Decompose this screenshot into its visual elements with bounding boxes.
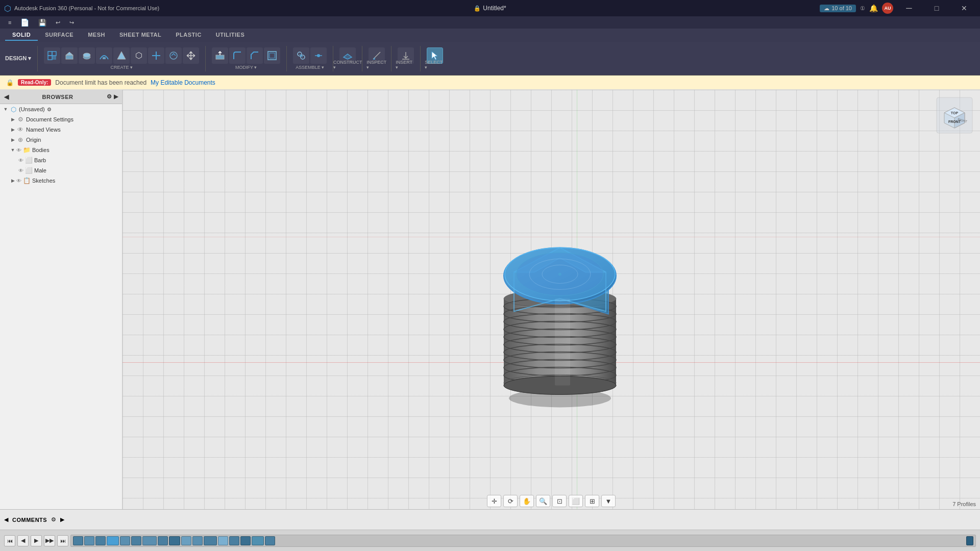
timeline-item-12[interactable] [204, 536, 217, 545]
tree-item-male[interactable]: 👁 ⬜ Male [0, 165, 122, 176]
editable-docs-link[interactable]: My Editable Documents [151, 79, 215, 86]
comments-expand-icon[interactable]: ◀ [4, 516, 8, 523]
tree-item-barb[interactable]: 👁 ⬜ Barb [0, 155, 122, 165]
file-menu[interactable]: 📄 [16, 17, 33, 28]
save-button[interactable]: 💾 [34, 18, 51, 28]
design-dropdown[interactable]: DESIGN ▾ [3, 54, 33, 63]
revolve-icon[interactable] [79, 47, 95, 64]
tree-item-root[interactable]: ▼ ⬡ (Unsaved) ⚙ [0, 104, 122, 114]
timeline-start-btn[interactable]: ⏮ [4, 535, 15, 546]
expand-origin-icon[interactable]: ▶ [9, 136, 16, 143]
sidebar-settings-icon[interactable]: ⚙ [107, 93, 112, 100]
expand-doc-settings-icon[interactable]: ▶ [9, 116, 16, 123]
bodies-eye-icon[interactable]: 👁 [16, 147, 21, 153]
assemble-label[interactable]: ASSEMBLE ▾ [296, 65, 324, 70]
tree-item-named-views[interactable]: ▶ 👁 Named Views [0, 124, 122, 135]
press-pull-icon[interactable] [212, 47, 228, 64]
more-btn[interactable]: ▼ [601, 495, 616, 507]
tree-item-sketches[interactable]: ▶ 👁 📋 Sketches [0, 176, 122, 186]
notification-bell-icon[interactable]: 🔔 [869, 4, 878, 12]
tab-surface[interactable]: SURFACE [38, 30, 81, 41]
expand-sketches-icon[interactable]: ▶ [9, 177, 16, 184]
timeline-item-current[interactable] [966, 536, 973, 545]
emboss-icon[interactable] [165, 47, 182, 64]
viewport[interactable]: TOP FRONT RIGHT ✛ ⟳ ✋ 🔍 ⊡ ⬜ ⊞ ▼ 7 Profil… [122, 90, 980, 509]
timeline-item-17[interactable] [265, 536, 275, 545]
tree-item-bodies[interactable]: ▼ 👁 📁 Bodies [0, 145, 122, 155]
expand-bodies-icon[interactable]: ▼ [9, 146, 16, 154]
root-settings-icon[interactable]: ⚙ [47, 107, 52, 112]
insert-label[interactable]: INSERT ▾ [396, 60, 416, 70]
tree-item-origin[interactable]: ▶ ⊕ Origin [0, 135, 122, 145]
barb-eye-icon[interactable]: 👁 [18, 158, 23, 163]
sweep-icon[interactable] [96, 47, 112, 64]
collapse-left-icon[interactable]: ◀ [4, 93, 9, 101]
redo-button[interactable]: ↪ [65, 18, 78, 27]
timeline-item-6[interactable] [131, 536, 141, 545]
timeline-play-btn[interactable]: ▶ [31, 535, 42, 546]
timeline-next-btn[interactable]: ▶▶ [44, 535, 55, 546]
move-icon[interactable] [183, 47, 199, 64]
timeline-item-13[interactable] [218, 536, 228, 545]
comments-collapse-icon[interactable]: ▶ [60, 516, 64, 523]
construct-label[interactable]: CONSTRUCT ▾ [333, 60, 362, 70]
timeline-item-1[interactable] [73, 536, 83, 545]
inspect-label[interactable]: INSPECT ▾ [366, 60, 387, 70]
extrude-icon[interactable] [61, 47, 78, 64]
tab-solid[interactable]: SOLID [5, 30, 38, 41]
timeline-item-16[interactable] [252, 536, 264, 545]
timeline-end-btn[interactable]: ⏭ [57, 535, 68, 546]
hamburger-menu[interactable]: ≡ [4, 18, 15, 27]
tree-item-doc-settings[interactable]: ▶ ⚙ Document Settings [0, 114, 122, 124]
tab-sheet-metal[interactable]: SHEET METAL [112, 30, 168, 41]
joint-icon[interactable] [293, 47, 309, 64]
undo-button[interactable]: ↩ [52, 18, 64, 27]
fillet-icon[interactable] [229, 47, 246, 64]
display-mode-btn[interactable]: ⬜ [569, 495, 583, 507]
new-component-icon[interactable] [44, 47, 60, 64]
grid-btn[interactable]: ⊞ [585, 495, 599, 507]
timeline-item-14[interactable] [229, 536, 239, 545]
shell-icon[interactable] [264, 47, 280, 64]
sidebar-expand-icon[interactable]: ▶ [114, 93, 118, 100]
3d-model[interactable] [473, 196, 647, 411]
minimize-button[interactable]: ─ [897, 0, 921, 16]
sketches-eye-icon[interactable]: 👁 [16, 178, 21, 184]
orbit-btn[interactable]: ⟳ [503, 495, 518, 507]
loft-icon[interactable] [113, 47, 130, 64]
timeline-item-15[interactable] [240, 536, 251, 545]
zoom-btn[interactable]: 🔍 [536, 495, 550, 507]
tab-plastic[interactable]: PLASTIC [168, 30, 209, 41]
chamfer-icon[interactable] [247, 47, 263, 64]
timeline-item-5[interactable] [120, 536, 130, 545]
male-eye-icon[interactable]: 👁 [18, 168, 23, 173]
rib-icon[interactable]: ⬡ [131, 47, 147, 64]
tab-utilities[interactable]: UTILITIES [209, 30, 252, 41]
web-icon[interactable] [148, 47, 164, 64]
timeline-item-2[interactable] [84, 536, 94, 545]
timeline-item-11[interactable] [192, 536, 203, 545]
expand-root-icon[interactable]: ▼ [2, 106, 9, 113]
timeline-item-7[interactable] [142, 536, 157, 545]
zoom-fit-btn[interactable]: ⊡ [552, 495, 567, 507]
timeline-item-8[interactable] [158, 536, 168, 545]
timeline-item-9[interactable] [169, 536, 180, 545]
profile-badge[interactable]: AU [882, 3, 893, 14]
nav-cube[interactable]: TOP FRONT RIGHT [934, 95, 975, 136]
timeline-prev-btn[interactable]: ◀ [17, 535, 29, 546]
create-label[interactable]: CREATE ▾ [111, 65, 133, 70]
comments-settings-icon[interactable]: ⚙ [51, 516, 56, 523]
modify-label[interactable]: MODIFY ▾ [235, 65, 257, 70]
tab-mesh[interactable]: MESH [81, 30, 112, 41]
timeline-item-10[interactable] [181, 536, 191, 545]
select-label[interactable]: SELECT ▾ [425, 60, 445, 70]
timeline-item-4[interactable] [107, 536, 119, 545]
maximize-button[interactable]: □ [925, 0, 948, 16]
timeline-item-3[interactable] [95, 536, 106, 545]
close-button[interactable]: ✕ [952, 0, 976, 16]
expand-named-views-icon[interactable]: ▶ [9, 126, 16, 133]
pan-btn[interactable]: ✋ [520, 495, 534, 507]
timeline-track[interactable] [70, 535, 976, 547]
as-built-joint-icon[interactable] [310, 47, 327, 64]
cursor-btn[interactable]: ✛ [487, 495, 501, 507]
